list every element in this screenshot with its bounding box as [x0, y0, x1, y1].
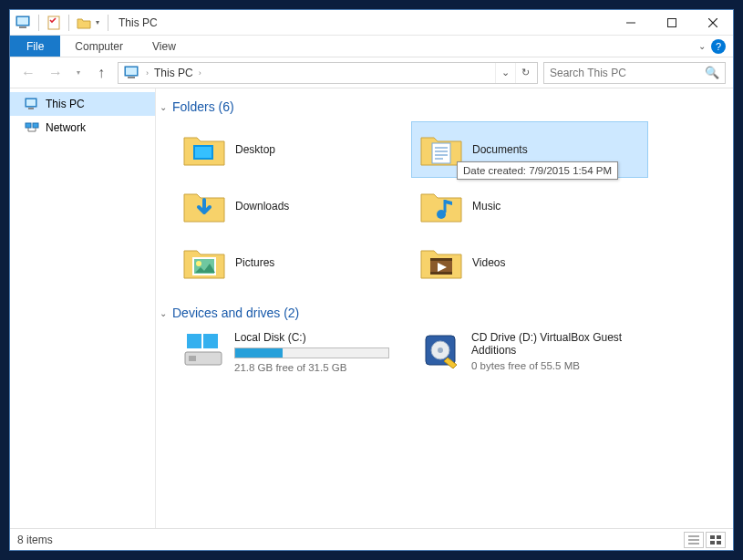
window-controls: [610, 10, 733, 36]
ribbon: File Computer View ⌄ ?: [10, 36, 733, 57]
svg-point-28: [196, 261, 201, 266]
qat-dropdown-icon[interactable]: ▾: [96, 18, 99, 26]
local-disk-icon: [181, 331, 225, 369]
drives-group: ⌄ Devices and drives (2) Local Disk (C:)…: [156, 302, 726, 377]
folder-pictures[interactable]: Pictures: [174, 234, 411, 291]
music-folder-icon: [419, 187, 463, 225]
svg-rect-10: [128, 77, 135, 78]
file-tab[interactable]: File: [10, 36, 60, 57]
folder-label: Downloads: [235, 200, 289, 213]
pictures-folder-icon: [182, 244, 226, 282]
new-folder-icon[interactable]: [76, 15, 92, 31]
group-title: Folders (6): [172, 99, 234, 114]
svg-rect-14: [26, 123, 31, 128]
drive-label: Local Disk (C:): [234, 331, 404, 344]
details-view-button[interactable]: [684, 532, 704, 548]
svg-rect-15: [33, 123, 38, 128]
address-bar[interactable]: › This PC › ⌄ ↻: [118, 62, 538, 84]
svg-point-38: [438, 347, 443, 353]
computer-tab[interactable]: Computer: [60, 36, 138, 57]
folder-music[interactable]: Music: [411, 178, 648, 234]
drive-info: CD Drive (D:) VirtualBox Guest Additions…: [471, 331, 641, 373]
breadcrumb[interactable]: This PC: [150, 67, 197, 79]
explorer-window: ▾ This PC File Computer View ⌄ ? ← → ▾ ↑…: [9, 9, 734, 551]
svg-rect-45: [717, 541, 721, 544]
desktop-folder-icon: [182, 130, 226, 169]
svg-rect-43: [717, 535, 721, 539]
pc-icon: [123, 64, 141, 82]
separator: [38, 15, 39, 31]
svg-point-26: [437, 210, 446, 219]
maximize-button[interactable]: [651, 10, 692, 36]
history-dropdown-icon[interactable]: ▾: [72, 62, 85, 84]
svg-rect-5: [667, 18, 676, 26]
svg-rect-31: [430, 272, 452, 275]
folder-label: Pictures: [235, 256, 274, 269]
properties-icon[interactable]: [46, 15, 62, 31]
svg-rect-12: [26, 99, 36, 106]
chevron-down-icon: ⌄: [160, 102, 167, 112]
chevron-down-icon: ⌄: [160, 308, 167, 318]
videos-folder-icon: [419, 244, 463, 282]
folder-label: Desktop: [235, 143, 275, 156]
separator: [68, 15, 69, 31]
svg-rect-33: [189, 356, 196, 361]
search-box[interactable]: 🔍: [543, 62, 726, 84]
drive-sublabel: 21.8 GB free of 31.5 GB: [234, 362, 404, 373]
folder-label: Videos: [472, 256, 505, 269]
folder-videos[interactable]: Videos: [411, 234, 648, 291]
content-area[interactable]: ⌄ Folders (6) Desktop Documents: [156, 88, 733, 528]
view-tab[interactable]: View: [138, 36, 191, 57]
chevron-right-icon[interactable]: ›: [144, 68, 150, 78]
status-text: 8 items: [17, 534, 53, 546]
body: This PC Network ⌄ Folders (6): [10, 88, 733, 528]
minimize-button[interactable]: [610, 10, 651, 36]
svg-rect-44: [710, 541, 715, 544]
folder-desktop[interactable]: Desktop: [174, 121, 411, 178]
drive-local-disk-c[interactable]: Local Disk (C:) 21.8 GB free of 31.5 GB: [174, 327, 411, 377]
search-icon[interactable]: 🔍: [705, 66, 719, 79]
navigation-pane: This PC Network: [10, 88, 156, 528]
capacity-bar: [234, 347, 389, 358]
nav-item-network[interactable]: Network: [10, 116, 155, 140]
svg-rect-35: [203, 334, 218, 348]
address-dropdown-icon[interactable]: ⌄: [495, 63, 515, 83]
folder-label: Music: [472, 200, 500, 213]
drive-label: CD Drive (D:) VirtualBox Guest Additions: [471, 331, 641, 357]
tooltip: Date created: 7/9/2015 1:54 PM: [457, 161, 618, 180]
folders-group-header[interactable]: ⌄ Folders (6): [156, 96, 726, 121]
drives-group-header[interactable]: ⌄ Devices and drives (2): [156, 302, 726, 327]
close-button[interactable]: [692, 10, 733, 36]
expand-ribbon-icon[interactable]: ⌄: [698, 41, 706, 51]
ribbon-right: ⌄ ?: [698, 36, 733, 57]
folder-downloads[interactable]: Downloads: [174, 178, 411, 234]
up-button[interactable]: ↑: [90, 62, 112, 84]
pc-icon: [15, 15, 32, 31]
titlebar: ▾ This PC: [10, 10, 733, 36]
large-icons-view-button[interactable]: [706, 532, 726, 548]
nav-item-label: Network: [46, 121, 86, 134]
svg-rect-42: [710, 535, 715, 539]
svg-rect-30: [430, 258, 452, 261]
search-input[interactable]: [550, 67, 705, 79]
svg-rect-3: [48, 16, 59, 29]
help-icon[interactable]: ?: [711, 39, 726, 54]
network-icon: [25, 120, 39, 135]
folders-items: Desktop Documents Downloads: [156, 121, 726, 291]
nav-item-this-pc[interactable]: This PC: [10, 92, 155, 116]
quick-access-toolbar: ▾: [10, 15, 105, 31]
forward-button[interactable]: →: [45, 62, 67, 84]
nav-item-label: This PC: [46, 98, 85, 110]
view-switcher: [684, 532, 726, 548]
svg-rect-9: [126, 67, 137, 75]
drive-cd-d[interactable]: CD Drive (D:) VirtualBox Guest Additions…: [411, 327, 648, 377]
svg-rect-20: [195, 147, 212, 158]
chevron-right-icon[interactable]: ›: [197, 68, 203, 78]
svg-rect-1: [17, 17, 28, 25]
statusbar: 8 items: [10, 528, 733, 550]
back-button[interactable]: ←: [17, 62, 39, 84]
downloads-folder-icon: [182, 187, 226, 225]
refresh-button[interactable]: ↻: [515, 63, 535, 83]
navbar: ← → ▾ ↑ › This PC › ⌄ ↻ 🔍: [10, 57, 733, 88]
window-title: This PC: [111, 16, 158, 29]
